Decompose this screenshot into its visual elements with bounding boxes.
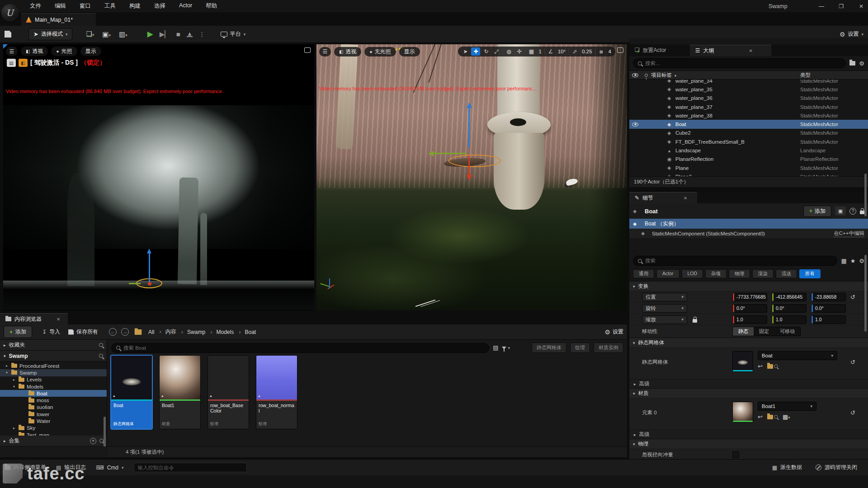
filter-chip[interactable]: 流送 [776,269,797,278]
reset-location-icon[interactable]: ↺ [850,294,855,300]
add-folder-icon[interactable] [849,60,855,67]
console-command-input[interactable] [134,463,247,472]
unreal-logo-icon[interactable]: U [1,4,18,21]
add-component-button[interactable]: + 添加 [803,206,831,217]
folder-tree-item[interactable]: moss [0,397,107,404]
source-control-button[interactable]: 源码管理关闭 [816,464,857,471]
mobility-option[interactable]: 固定 [754,327,774,336]
scale-x-field[interactable]: 1.0 [732,315,767,324]
pin-column-icon[interactable] [645,74,648,77]
materials-section-header[interactable]: ▾材质 [629,388,868,398]
outliner-search-input[interactable] [645,61,841,66]
tree-scrollbar[interactable] [104,417,106,446]
outliner-settings-icon[interactable]: ⚙ [859,60,864,67]
content-browser-settings[interactable]: ⚙ 设置 [604,328,623,336]
filter-dropdown[interactable]: ▾ [502,346,510,350]
scale-dropdown[interactable]: 缩放▾ [642,315,687,324]
world-space-icon[interactable]: ◍ [504,47,513,56]
level-tab[interactable]: Main_Map_01* [21,13,96,26]
materials-advanced-row[interactable]: ▸高级 [629,430,868,439]
outliner-row[interactable]: water_plane_37 StaticMeshActor [629,103,868,111]
menu-item[interactable]: 构建 [123,0,147,12]
outliner-column-header[interactable]: 项目标签 ▴ 类型 [629,70,868,80]
location-x-field[interactable]: -7733.776685 [732,293,767,301]
grid-snap-value[interactable]: 1 [537,49,542,54]
material-select[interactable]: Boat1▾ [758,402,816,411]
folder-tree-item[interactable]: ▾ Models [0,383,107,390]
scale-z-field[interactable]: 1.0 [811,315,846,324]
asset-card[interactable]: ✦ Boat1 材质 [159,355,201,429]
scale-lock-icon[interactable] [693,319,697,323]
add-asset-button[interactable]: + 添加 [4,326,32,338]
viewport-pill[interactable]: 显示 [399,47,420,56]
details-search-input[interactable] [645,258,832,263]
cmd-dropdown[interactable]: ⌨ Cmd ▾ [96,465,123,471]
location-y-field[interactable]: -412.856645 [772,293,807,301]
asset-card[interactable]: ✦ row_boat_normal 纹理 [256,355,297,429]
scale-snap-value[interactable]: 0.25 [580,49,593,54]
root-header[interactable]: ▾ Swamp [0,351,107,361]
static-mesh-advanced-row[interactable]: ▸高级 [629,379,868,388]
type-column[interactable]: 类型 [800,72,868,79]
camera-speed-icon[interactable]: ⧇ [597,47,606,56]
convert-blueprint-icon[interactable]: ▣ [835,206,846,216]
settings-dropdown[interactable]: ⚙ 设置 ▾ [840,30,863,38]
folder-tree-item[interactable]: ▸ ProceduralForest [0,362,107,369]
add-actor-icon[interactable]: ❑+▾ [84,30,96,39]
save-all-button[interactable]: 保存所有 [68,328,98,336]
expand-arrow-icon[interactable]: ▸ [12,378,16,382]
stop-button[interactable]: ■ [176,30,180,38]
breadcrumb-item[interactable]: Boat [235,328,257,335]
select-tool-icon[interactable]: ➤ [461,47,470,56]
close-icon[interactable]: ✕ [684,196,687,201]
rotation-snap-icon[interactable]: ∠ [546,47,555,56]
folder-tree-item[interactable]: ▸ Levels [0,376,107,383]
close-icon[interactable]: ✕ [749,48,752,53]
outliner-row[interactable]: water_plane_35 StaticMeshActor [629,85,868,94]
minimize-button[interactable]: — [817,3,826,9]
ignore-radial-impulse-checkbox[interactable] [732,451,739,458]
folder-tree-item[interactable]: ▸ Sky [0,425,107,432]
type-filter-chip[interactable]: 纹理 [570,343,590,353]
reset-material-icon[interactable]: ↺ [850,409,855,416]
pilot-camera-icon[interactable]: ◧ [19,59,28,67]
material-thumbnail[interactable] [732,402,753,422]
mobility-option[interactable]: 静态 [733,327,754,336]
play-options-icon[interactable]: ⋮ [199,31,205,38]
outliner-scrollbar[interactable] [864,174,867,216]
menu-item[interactable]: 工具 [98,0,122,12]
visibility-eye-icon[interactable] [632,122,638,127]
transform-section-header[interactable]: ▾变换 [629,281,868,291]
reset-static-mesh-icon[interactable]: ↺ [850,359,855,366]
asset-card[interactable]: ✦ row_boat_Base Color 纹理 [208,355,249,429]
static-mesh-select[interactable]: Boat▾ [758,351,837,360]
tab-place-actors[interactable]: ❑+ 放置Actor [629,45,672,56]
rotate-tool-icon[interactable]: ↻ [481,47,491,56]
help-icon[interactable]: ? [849,208,856,215]
scale-y-field[interactable]: 1.0 [772,315,807,324]
expand-arrow-icon[interactable]: ▸ [5,364,9,368]
expand-arrow-icon[interactable]: ▾ [12,385,16,389]
physics-section-header[interactable]: ▾物理 [629,439,868,449]
tab-outliner[interactable]: ☰ 大纲 ✕ [690,45,771,56]
close-icon[interactable]: ✕ [57,317,60,322]
viewport-pill[interactable]: 透视 [334,47,361,56]
rotation-snap-value[interactable]: 10° [557,49,567,54]
scale-snap-icon[interactable]: ⬀ [570,47,579,56]
details-search[interactable] [633,256,837,266]
move-tool-icon[interactable]: ✚ [471,47,480,56]
blueprints-icon[interactable]: ▣▾ [100,30,113,38]
visibility-column-icon[interactable] [632,73,638,77]
outliner-row[interactable]: water_plane_38 StaticMeshActor [629,111,868,120]
tab-details[interactable]: ✎ 细节 ✕ [629,192,697,203]
scale-tool-icon[interactable]: ⤢ [492,47,501,56]
search-icon[interactable] [99,439,104,443]
forward-icon[interactable]: → [121,328,129,336]
search-icon[interactable] [99,343,103,347]
play-button[interactable]: ▶ [147,29,153,39]
viewport-pill[interactable]: 无光照 [364,47,396,56]
outliner-row[interactable]: FT_BDF_TreeBurnedSmall_B StaticMeshActor [629,137,868,146]
static-mesh-section-header[interactable]: ▾静态网格体 [629,338,868,347]
rotation-x-field[interactable]: 0.0° [732,304,767,313]
outliner-row[interactable]: Boat StaticMeshActor [629,120,868,128]
